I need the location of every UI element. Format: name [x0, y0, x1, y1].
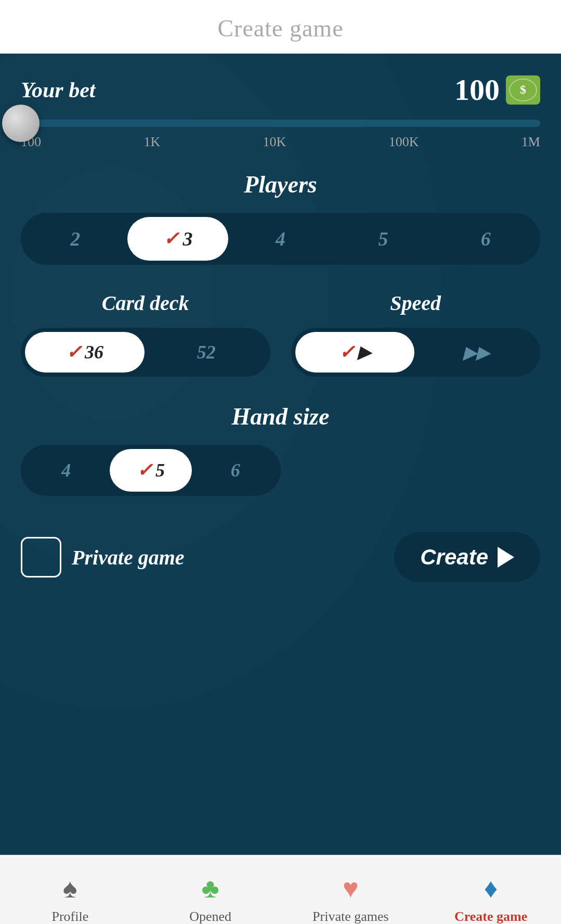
speed-option-group: ✓ ▶ ▶▶ [291, 328, 541, 377]
spade-icon: ♠ [63, 873, 77, 904]
bet-value-container: 100 $ [454, 72, 540, 107]
card-deck-36-label: 36 [85, 341, 103, 363]
club-icon: ♣ [202, 873, 219, 904]
slider-track [21, 120, 540, 127]
slider-label-1k: 1K [143, 134, 160, 150]
nav-create-label: Create game [454, 909, 527, 924]
player-option-5[interactable]: 5 [333, 217, 433, 261]
nav-private-label: Private games [312, 909, 389, 924]
hand-size-4[interactable]: 4 [25, 449, 108, 492]
bottom-controls: Private game Create [21, 532, 540, 582]
money-icon: $ [506, 75, 540, 105]
slider-thumb[interactable] [2, 105, 40, 142]
money-icon-symbol: $ [520, 83, 526, 97]
hand-size-6[interactable]: 6 [194, 449, 277, 492]
card-deck-section: Card deck ✓ 36 52 [21, 291, 270, 377]
nav-create-game[interactable]: ♦ Create game [421, 855, 561, 924]
nav-profile[interactable]: ♠ Profile [0, 855, 140, 924]
bottom-nav: ♠ Profile ♣ Opened ♥ Private games ♦ Cre… [0, 855, 561, 924]
nav-profile-label: Profile [51, 909, 88, 924]
player-option-6[interactable]: 6 [436, 217, 536, 261]
card-deck-title: Card deck [21, 291, 270, 315]
hand-size-5-check: ✓ [137, 459, 152, 481]
player-option-4[interactable]: 4 [230, 217, 331, 261]
card-speed-row: Card deck ✓ 36 52 Speed ✓ ▶ ▶▶ [21, 291, 540, 377]
slider-label-1m: 1M [521, 134, 540, 150]
bet-amount: 100 [454, 72, 500, 107]
page-title: Create game [217, 15, 343, 42]
nav-private-games[interactable]: ♥ Private games [281, 855, 421, 924]
players-section: Players 2 ✓ 3 4 5 6 [21, 171, 540, 265]
main-area: Your bet 100 $ 100 1K 10K 100K 1M Player… [0, 54, 561, 855]
private-game-checkbox[interactable] [21, 537, 61, 578]
create-button[interactable]: Create [394, 532, 540, 582]
card-deck-36-check: ✓ [66, 341, 82, 363]
players-title: Players [21, 171, 540, 198]
speed-fast[interactable]: ▶▶ [416, 332, 536, 373]
card-deck-36[interactable]: ✓ 36 [25, 332, 145, 373]
hand-size-option-group: 4 ✓ 5 6 [21, 445, 281, 496]
player-option-3[interactable]: ✓ 3 [127, 217, 228, 261]
hand-size-section: Hand size 4 ✓ 5 6 [21, 403, 540, 496]
player-3-label: 3 [183, 227, 193, 250]
private-game-container: Private game [21, 537, 185, 578]
bet-section: Your bet 100 $ 100 1K 10K 100K 1M [21, 72, 540, 150]
players-option-group: 2 ✓ 3 4 5 6 [21, 213, 540, 265]
slider-label-10k: 10K [263, 134, 286, 150]
hand-size-5-label: 5 [155, 459, 165, 481]
slider-label-100k: 100K [389, 134, 419, 150]
speed-normal[interactable]: ✓ ▶ [295, 332, 415, 373]
bet-label: Your bet [21, 78, 96, 102]
speed-fast-icon: ▶▶ [463, 343, 489, 362]
speed-section: Speed ✓ ▶ ▶▶ [291, 291, 541, 377]
card-deck-52[interactable]: 52 [147, 332, 266, 373]
slider-labels: 100 1K 10K 100K 1M [21, 134, 540, 150]
hand-size-5[interactable]: ✓ 5 [110, 449, 192, 492]
speed-title: Speed [291, 291, 541, 315]
header: Create game [0, 0, 561, 54]
heart-icon: ♥ [343, 873, 359, 904]
player-3-check: ✓ [163, 228, 179, 250]
create-play-icon [498, 547, 514, 568]
diamond-icon: ♦ [484, 873, 498, 904]
player-option-2[interactable]: 2 [25, 217, 125, 261]
card-deck-option-group: ✓ 36 52 [21, 328, 270, 377]
hand-size-title: Hand size [21, 403, 540, 430]
create-btn-label: Create [420, 545, 488, 570]
speed-normal-check: ✓ [339, 341, 355, 363]
private-game-label: Private game [72, 545, 185, 570]
nav-opened-label: Opened [189, 909, 231, 924]
speed-play-icon: ▶ [358, 342, 371, 362]
bet-slider-container[interactable] [21, 120, 540, 127]
bet-header: Your bet 100 $ [21, 72, 540, 107]
nav-opened[interactable]: ♣ Opened [140, 855, 281, 924]
